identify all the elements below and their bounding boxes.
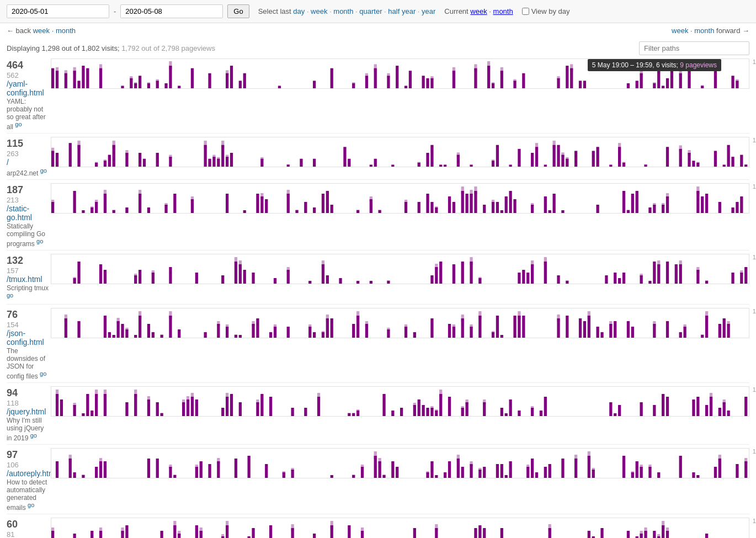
svg-rect-303 [326, 275, 329, 284]
svg-rect-295 [243, 270, 246, 284]
svg-rect-85 [688, 68, 690, 88]
svg-rect-621 [640, 467, 643, 478]
date-to-input[interactable] [120, 4, 223, 18]
select-quarter-link[interactable]: quarter [359, 7, 382, 15]
svg-rect-48 [426, 78, 429, 88]
svg-rect-542 [744, 397, 747, 416]
page-title-link[interactable]: /yaml-config.html [7, 79, 44, 97]
svg-rect-494 [352, 413, 355, 416]
divider [7, 250, 749, 251]
svg-rect-389 [313, 332, 316, 338]
view-by-day-label[interactable]: View by day [522, 7, 570, 15]
select-month-link[interactable]: month [333, 7, 353, 15]
svg-rect-288 [169, 267, 172, 284]
svg-rect-635 [51, 531, 54, 538]
svg-rect-26 [191, 68, 194, 88]
go-button[interactable]: Go [227, 4, 249, 18]
current-month-link[interactable]: month [493, 7, 513, 15]
svg-rect-503 [422, 405, 425, 416]
svg-rect-159 [566, 159, 568, 167]
page-title-link[interactable]: /tmux.html [7, 275, 42, 284]
date-from-input[interactable] [7, 4, 109, 18]
chart-max-label: 14 [753, 137, 756, 143]
svg-rect-541 [727, 411, 730, 416]
svg-rect-136 [418, 163, 420, 167]
page-desc: Scripting tmux go [7, 284, 51, 302]
svg-rect-262 [636, 191, 638, 213]
svg-rect-267 [662, 205, 664, 213]
svg-rect-339 [666, 262, 669, 284]
chart-max-label: 10 [753, 518, 756, 524]
page-title-link[interactable]: / [7, 158, 9, 167]
svg-rect-628 [714, 467, 717, 478]
select-week-link[interactable]: week [311, 7, 327, 15]
view-by-day-checkbox[interactable] [522, 8, 529, 15]
svg-rect-501 [413, 405, 416, 416]
svg-rect-128 [300, 159, 302, 167]
forward-month-link[interactable]: month [694, 26, 714, 35]
select-half-year-link[interactable]: half year [388, 7, 416, 15]
svg-rect-197 [125, 207, 128, 213]
current-week-link[interactable]: week [470, 7, 487, 15]
svg-rect-488 [304, 408, 307, 416]
svg-rect-531 [662, 394, 664, 416]
svg-rect-269 [666, 196, 669, 213]
svg-rect-698 [501, 528, 503, 538]
chart-wrapper [51, 518, 749, 538]
svg-rect-199 [139, 194, 141, 213]
svg-rect-680 [361, 531, 364, 538]
svg-rect-426 [579, 318, 582, 338]
divider [7, 133, 749, 134]
svg-rect-254 [549, 210, 551, 213]
forward-week-link[interactable]: week [672, 26, 688, 35]
page-meta: 97 106 /autoreply.html How to detect aut… [7, 447, 51, 512]
svg-rect-386 [287, 327, 290, 338]
svg-rect-260 [627, 210, 630, 213]
svg-rect-34 [313, 81, 316, 88]
select-year-link[interactable]: year [422, 7, 435, 15]
svg-rect-114 [208, 159, 211, 167]
svg-rect-618 [631, 472, 634, 478]
svg-rect-556 [169, 467, 172, 478]
go-link[interactable]: go [28, 502, 34, 508]
svg-rect-417 [496, 316, 499, 338]
page-row: 115 263 / arp242.net go 14 [7, 136, 749, 177]
svg-rect-263 [648, 207, 651, 213]
svg-rect-316 [470, 262, 472, 284]
svg-rect-80 [666, 78, 669, 88]
svg-rect-248 [505, 196, 508, 213]
svg-rect-484 [256, 402, 259, 416]
svg-rect-399 [365, 324, 368, 338]
svg-rect-564 [217, 461, 220, 478]
svg-rect-297 [274, 278, 276, 284]
svg-rect-602 [509, 461, 512, 478]
svg-rect-354 [104, 316, 107, 338]
svg-rect-257 [597, 205, 599, 213]
page-title-link[interactable]: /static-go.html [7, 204, 32, 222]
go-link[interactable]: go [15, 121, 22, 127]
chart-container: 10 [51, 254, 749, 284]
go-link[interactable]: go [30, 432, 37, 439]
svg-rect-510 [439, 394, 442, 416]
page-title-link[interactable]: /json-config.html [7, 329, 44, 347]
svg-rect-56 [487, 66, 490, 88]
svg-rect-165 [618, 147, 621, 167]
go-link[interactable]: go [40, 167, 47, 174]
go-link[interactable]: go [7, 292, 13, 299]
page-title-link[interactable]: /jquery.html [7, 407, 46, 416]
svg-rect-532 [666, 397, 669, 416]
go-link[interactable]: go [36, 238, 43, 244]
svg-rect-537 [710, 397, 712, 416]
filter-paths-input[interactable] [639, 41, 749, 55]
svg-rect-508 [435, 411, 438, 416]
back-week-link[interactable]: week [33, 26, 50, 35]
svg-rect-525 [544, 397, 547, 416]
svg-rect-106 [125, 153, 128, 167]
go-link[interactable]: go [40, 370, 46, 377]
page-title-link[interactable]: /autoreply.html [7, 469, 57, 478]
select-day-link[interactable]: day [293, 7, 305, 15]
back-month-link[interactable]: month [56, 26, 76, 35]
svg-rect-45 [404, 86, 407, 88]
page-count: 106 [7, 461, 51, 469]
svg-rect-347 [731, 273, 734, 284]
